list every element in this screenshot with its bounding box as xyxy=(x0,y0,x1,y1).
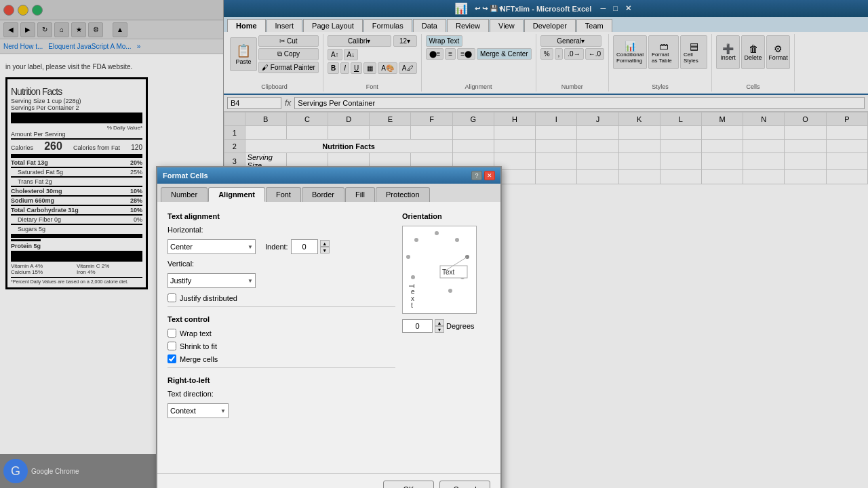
text-direction-label-row: Text direction: xyxy=(167,390,395,398)
dialog-help-btn[interactable]: ? xyxy=(471,171,482,180)
dialog-left-section: Text alignment Horizontal: Center ▼ Inde… xyxy=(167,212,395,424)
text-direction-value: Context xyxy=(170,407,196,415)
svg-point-1 xyxy=(435,231,439,235)
justify-distributed-label: Justify distributed xyxy=(180,294,237,302)
text-alignment-title: Text alignment xyxy=(167,212,395,220)
dialog-tab-alignment[interactable]: Alignment xyxy=(208,187,265,202)
vertical-arrow-icon: ▼ xyxy=(248,278,253,284)
indent-input[interactable] xyxy=(291,239,318,254)
format-cells-dialog: Format Cells ? ✕ Number Alignment Font B… xyxy=(156,166,502,488)
shrink-to-fit-checkbox[interactable] xyxy=(167,342,176,350)
dialog-content-wrapper: Text alignment Horizontal: Center ▼ Inde… xyxy=(167,212,490,424)
divider-1 xyxy=(167,306,395,307)
shrink-to-fit-row: Shrink to fit xyxy=(167,342,395,350)
text-direction-control-row: Context ▼ xyxy=(167,403,395,418)
indent-down-btn[interactable]: ▼ xyxy=(320,247,330,253)
dialog-tab-font[interactable]: Font xyxy=(266,187,301,202)
svg-text:t: t xyxy=(411,302,413,309)
horizontal-control-row: Center ▼ Indent: ▲ ▼ xyxy=(167,239,395,254)
dialog-tab-number[interactable]: Number xyxy=(161,187,208,202)
wrap-text-checkbox[interactable] xyxy=(167,329,176,338)
wrap-text-label: Wrap text xyxy=(180,329,212,338)
vertical-label: Vertical: xyxy=(167,260,222,268)
dialog-tab-protection[interactable]: Protection xyxy=(376,187,430,202)
orientation-title: Orientation xyxy=(402,212,490,220)
vertical-dropdown[interactable]: Justify ▼ xyxy=(167,273,256,288)
justify-distributed-row: Justify distributed xyxy=(167,293,395,302)
vertical-label-row: Vertical: xyxy=(167,260,395,268)
degrees-up-btn[interactable]: ▲ xyxy=(435,319,444,326)
cancel-button[interactable]: Cancel xyxy=(439,481,490,488)
svg-point-7 xyxy=(406,255,410,259)
rtl-section: Right-to-left Text direction: Context ▼ xyxy=(167,376,395,418)
ok-button[interactable]: OK xyxy=(383,481,434,488)
svg-text:Text: Text xyxy=(442,268,455,276)
dialog-close-btn[interactable]: ✕ xyxy=(484,171,495,180)
svg-point-2 xyxy=(455,238,459,242)
text-control-title: Text control xyxy=(167,315,395,323)
svg-point-6 xyxy=(411,275,415,279)
shrink-to-fit-label: Shrink to fit xyxy=(180,342,217,350)
horizontal-arrow-icon: ▼ xyxy=(248,244,253,250)
rtl-title: Right-to-left xyxy=(167,376,395,384)
dialog-tab-border[interactable]: Border xyxy=(302,187,344,202)
degrees-down-btn[interactable]: ▼ xyxy=(435,326,444,333)
orientation-svg: T e x t Text xyxy=(403,226,477,314)
merge-cells-label: Merge cells xyxy=(180,355,218,363)
justify-distributed-checkbox[interactable] xyxy=(167,293,176,302)
text-control-section: Text control Wrap text Shrink to fit Mer… xyxy=(167,315,395,363)
orientation-widget: T e x t Text xyxy=(402,226,477,314)
indent-spinner: ▲ ▼ xyxy=(320,240,330,253)
vertical-control-row: Justify ▼ xyxy=(167,273,395,288)
degrees-spinner: ▲ ▼ xyxy=(435,319,444,333)
merge-cells-row: Merge cells xyxy=(167,354,395,363)
dialog-body: Text alignment Horizontal: Center ▼ Inde… xyxy=(157,202,500,473)
dialog-tab-fill[interactable]: Fill xyxy=(345,187,375,202)
horizontal-row: Horizontal: xyxy=(167,226,395,234)
degree-control: ▲ ▼ Degrees xyxy=(402,319,490,333)
degrees-input[interactable] xyxy=(402,319,433,333)
dialog-title: Format Cells xyxy=(163,171,208,180)
horizontal-dropdown[interactable]: Center ▼ xyxy=(167,239,256,254)
text-direction-arrow-icon: ▼ xyxy=(220,408,226,414)
svg-point-0 xyxy=(414,238,418,242)
indent-control: ▲ ▼ xyxy=(291,239,330,254)
degrees-label: Degrees xyxy=(446,322,475,330)
dialog-titlebar: Format Cells ? ✕ xyxy=(157,167,500,184)
dialog-overlay: Format Cells ? ✕ Number Alignment Font B… xyxy=(0,0,868,488)
dialog-controls: ? ✕ xyxy=(471,171,495,180)
horizontal-value: Center xyxy=(170,243,193,251)
vertical-value: Justify xyxy=(170,277,191,285)
text-direction-dropdown[interactable]: Context ▼ xyxy=(167,403,229,418)
dialog-footer: OK Cancel xyxy=(157,473,500,488)
wrap-text-row: Wrap text xyxy=(167,329,395,338)
svg-point-5 xyxy=(448,289,452,293)
divider-2 xyxy=(167,367,395,368)
merge-cells-checkbox[interactable] xyxy=(167,354,176,363)
text-direction-label: Text direction: xyxy=(167,390,222,398)
indent-label: Indent: xyxy=(265,243,288,251)
indent-up-btn[interactable]: ▲ xyxy=(320,240,330,247)
dialog-orientation-section: Orientation xyxy=(402,212,490,424)
dialog-tabs: Number Alignment Font Border Fill Protec… xyxy=(157,184,500,202)
horizontal-label: Horizontal: xyxy=(167,226,222,234)
